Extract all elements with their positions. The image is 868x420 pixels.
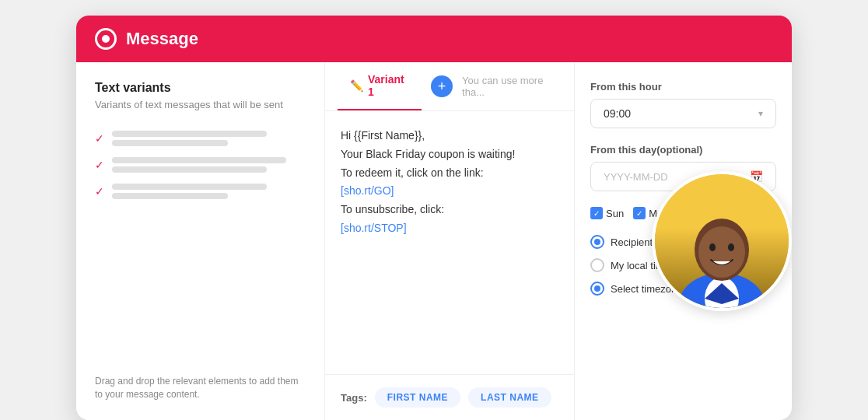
line-bar <box>112 140 228 146</box>
line-bar <box>112 157 286 163</box>
radio-select[interactable] <box>590 282 604 296</box>
sidebar-lines-3 <box>112 184 306 199</box>
check-icon-1: ✓ <box>95 132 104 145</box>
message-icon <box>95 28 117 50</box>
tab-variant1-label: Variant 1 <box>368 73 409 98</box>
sidebar-lines-2 <box>112 157 306 173</box>
radio-local[interactable] <box>590 258 604 272</box>
avatar <box>652 171 792 311</box>
tab-hint: You can use more tha... <box>462 75 562 98</box>
sidebar-item: ✓ <box>95 131 306 146</box>
main-content: ✏️ Variant 1 + You can use more tha... H… <box>325 62 574 420</box>
sidebar-items-list: ✓ ✓ ✓ <box>95 131 306 199</box>
from-hour-label: From this hour <box>590 81 776 93</box>
radio-recipient-inner <box>594 239 600 245</box>
svg-point-3 <box>698 226 745 278</box>
day-sun[interactable]: ✓ Sun <box>590 207 624 219</box>
from-hour-select[interactable]: 09:00 ▾ <box>590 99 776 128</box>
line-bar <box>112 166 267 173</box>
checkbox-mon[interactable]: ✓ <box>633 207 646 219</box>
sidebar-item: ✓ <box>95 184 306 199</box>
tab-variant1[interactable]: ✏️ Variant 1 <box>338 62 422 110</box>
line-bar <box>112 131 267 137</box>
line-bar <box>112 193 228 199</box>
sidebar-title: Text variants <box>95 81 306 95</box>
checkbox-sun[interactable]: ✓ <box>590 207 603 219</box>
tags-row: Tags: FIRST NAME LAST NAME <box>325 374 574 420</box>
right-panel: From this hour 09:00 ▾ From this day(opt… <box>574 62 792 420</box>
content-area: Text variants Variants of text messages … <box>76 62 792 420</box>
header: Message <box>76 16 792 62</box>
from-hour-value: 09:00 <box>604 107 631 120</box>
message-icon-inner <box>102 35 110 43</box>
svg-point-4 <box>709 243 716 251</box>
message-link1[interactable]: [sho.rt/GO] <box>341 184 394 197</box>
tag-firstname[interactable]: FIRST NAME <box>375 387 460 408</box>
tabs-bar: ✏️ Variant 1 + You can use more tha... <box>325 62 574 111</box>
header-title: Message <box>126 29 198 49</box>
message-line3: To redeem it, click on the link: <box>341 164 558 183</box>
message-text: Hi {{First Name}}, Your Black Friday cou… <box>341 127 558 238</box>
day-sun-label: Sun <box>606 208 624 219</box>
check-icon-3: ✓ <box>95 185 104 198</box>
line-bar <box>112 184 267 190</box>
sidebar-item: ✓ <box>95 157 306 173</box>
message-line1: Hi {{First Name}}, <box>341 127 558 145</box>
sidebar: Text variants Variants of text messages … <box>76 62 325 420</box>
message-area: Hi {{First Name}}, Your Black Friday cou… <box>325 111 574 374</box>
chevron-down-icon: ▾ <box>758 108 763 119</box>
tags-label: Tags: <box>341 392 367 404</box>
message-link2[interactable]: [sho.rt/STOP] <box>341 222 407 234</box>
tag-lastname[interactable]: LAST NAME <box>468 387 551 408</box>
pencil-icon: ✏️ <box>350 79 363 92</box>
add-tab-button[interactable]: + <box>431 75 453 97</box>
radio-recipient[interactable] <box>590 235 604 249</box>
check-icon-2: ✓ <box>95 159 104 171</box>
message-line4: To unsubscribe, click: <box>341 201 558 219</box>
plus-icon: + <box>438 79 446 95</box>
bottom-note: Drag and drop the relevant elements to a… <box>95 375 305 401</box>
sidebar-description: Variants of text messages that will be s… <box>95 98 306 112</box>
svg-point-5 <box>728 243 734 251</box>
avatar-background <box>655 174 789 308</box>
main-card: Message Text variants Variants of text m… <box>76 16 792 420</box>
person-svg <box>660 184 784 308</box>
message-line2: Your Black Friday coupon is waiting! <box>341 145 558 164</box>
sidebar-lines-1 <box>112 131 306 146</box>
radio-select-inner <box>594 285 600 292</box>
from-day-label: From this day(optional) <box>590 144 776 156</box>
